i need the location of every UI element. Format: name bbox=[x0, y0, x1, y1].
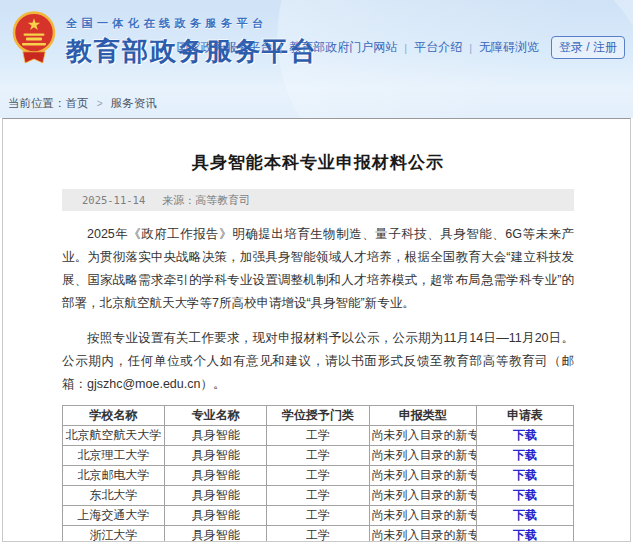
school-cell: 上海交通大学 bbox=[63, 506, 165, 526]
article-source: 来源：高等教育司 bbox=[162, 194, 250, 206]
breadcrumb: 当前位置：首页 > 服务资讯 bbox=[8, 96, 157, 111]
download-link[interactable]: 下载 bbox=[513, 428, 537, 442]
major-cell: 具身智能 bbox=[165, 426, 267, 446]
degree-cell: 工学 bbox=[267, 486, 369, 506]
download-link[interactable]: 下载 bbox=[513, 468, 537, 482]
breadcrumb-current: 服务资讯 bbox=[111, 97, 157, 109]
col-header-school: 学校名称 bbox=[63, 406, 165, 426]
nav-link-national-platform[interactable]: 国家政务服务平台 bbox=[176, 39, 272, 56]
national-emblem-logo bbox=[10, 10, 58, 72]
login-register-button[interactable]: 登录 / 注册 bbox=[551, 36, 625, 59]
col-header-form: 申请表 bbox=[476, 406, 573, 426]
degree-cell: 工学 bbox=[267, 446, 369, 466]
download-cell: 下载 bbox=[476, 426, 573, 446]
download-cell: 下载 bbox=[476, 506, 573, 526]
publish-date: 2025-11-14 bbox=[82, 194, 145, 206]
type-cell: 尚未列入目录的新专业 bbox=[369, 446, 476, 466]
article-title: 具身智能本科专业申报材料公示 bbox=[62, 151, 574, 174]
application-table: 学校名称 专业名称 学位授予门类 申报类型 申请表 北京航空航天大学具身智能工学… bbox=[62, 405, 574, 542]
col-header-major: 专业名称 bbox=[165, 406, 267, 426]
major-cell: 具身智能 bbox=[165, 466, 267, 486]
breadcrumb-prefix: 当前位置： bbox=[8, 97, 66, 109]
download-cell: 下载 bbox=[476, 466, 573, 486]
school-cell: 北京邮电大学 bbox=[63, 466, 165, 486]
nav-separator: | bbox=[469, 42, 472, 54]
download-cell: 下载 bbox=[476, 526, 573, 542]
degree-cell: 工学 bbox=[267, 526, 369, 542]
download-link[interactable]: 下载 bbox=[513, 508, 537, 522]
article-paragraph: 2025年《政府工作报告》明确提出培育生物制造、量子科技、具身智能、6G等未来产… bbox=[62, 223, 574, 315]
school-cell: 东北大学 bbox=[63, 486, 165, 506]
type-cell: 尚未列入目录的新专业 bbox=[369, 486, 476, 506]
nav-separator: | bbox=[404, 42, 407, 54]
table-row: 北京理工大学具身智能工学尚未列入目录的新专业下载 bbox=[63, 446, 574, 466]
table-row: 东北大学具身智能工学尚未列入目录的新专业下载 bbox=[63, 486, 574, 506]
download-link[interactable]: 下载 bbox=[513, 488, 537, 502]
article-paragraph: 按照专业设置有关工作要求，现对申报材料予以公示，公示期为11月14日—11月20… bbox=[62, 327, 574, 396]
article-body: 2025年《政府工作报告》明确提出培育生物制造、量子科技、具身智能、6G等未来产… bbox=[62, 223, 574, 396]
download-cell: 下载 bbox=[476, 446, 573, 466]
major-cell: 具身智能 bbox=[165, 446, 267, 466]
breadcrumb-separator: > bbox=[97, 98, 103, 109]
download-link[interactable]: 下载 bbox=[513, 528, 537, 542]
school-cell: 北京航空航天大学 bbox=[63, 426, 165, 446]
type-cell: 尚未列入目录的新专业 bbox=[369, 426, 476, 446]
download-link[interactable]: 下载 bbox=[513, 448, 537, 462]
site-header: 全国一体化在线政务服务平台 教育部政务服务平台 国家政务服务平台 | 教育部政府… bbox=[0, 0, 633, 118]
table-header-row: 学校名称 专业名称 学位授予门类 申报类型 申请表 bbox=[63, 406, 574, 426]
article-meta-bar: 2025-11-14 来源：高等教育司 bbox=[62, 189, 574, 211]
table-row: 上海交通大学具身智能工学尚未列入目录的新专业下载 bbox=[63, 506, 574, 526]
major-cell: 具身智能 bbox=[165, 486, 267, 506]
school-cell: 浙江大学 bbox=[63, 526, 165, 542]
school-cell: 北京理工大学 bbox=[63, 446, 165, 466]
table-body: 北京航空航天大学具身智能工学尚未列入目录的新专业下载北京理工大学具身智能工学尚未… bbox=[63, 426, 574, 542]
type-cell: 尚未列入目录的新专业 bbox=[369, 526, 476, 542]
major-cell: 具身智能 bbox=[165, 506, 267, 526]
nav-separator: | bbox=[279, 42, 282, 54]
degree-cell: 工学 bbox=[267, 426, 369, 446]
table-row: 北京邮电大学具身智能工学尚未列入目录的新专业下载 bbox=[63, 466, 574, 486]
degree-cell: 工学 bbox=[267, 466, 369, 486]
nav-link-moe-portal[interactable]: 教育部政府门户网站 bbox=[289, 39, 397, 56]
table-row: 北京航空航天大学具身智能工学尚未列入目录的新专业下载 bbox=[63, 426, 574, 446]
col-header-degree: 学位授予门类 bbox=[267, 406, 369, 426]
type-cell: 尚未列入目录的新专业 bbox=[369, 506, 476, 526]
nav-link-platform-intro[interactable]: 平台介绍 bbox=[414, 39, 462, 56]
nav-link-accessibility[interactable]: 无障碍浏览 bbox=[479, 39, 539, 56]
type-cell: 尚未列入目录的新专业 bbox=[369, 466, 476, 486]
table-row: 浙江大学具身智能工学尚未列入目录的新专业下载 bbox=[63, 526, 574, 542]
col-header-type: 申报类型 bbox=[369, 406, 476, 426]
download-cell: 下载 bbox=[476, 486, 573, 506]
content-card: 具身智能本科专业申报材料公示 2025-11-14 来源：高等教育司 2025年… bbox=[2, 118, 631, 542]
top-nav: 国家政务服务平台 | 教育部政府门户网站 | 平台介绍 | 无障碍浏览 登录 /… bbox=[176, 36, 625, 59]
major-cell: 具身智能 bbox=[165, 526, 267, 542]
breadcrumb-home-link[interactable]: 首页 bbox=[66, 97, 89, 109]
degree-cell: 工学 bbox=[267, 506, 369, 526]
platform-slogan: 全国一体化在线政务服务平台 bbox=[66, 16, 318, 31]
